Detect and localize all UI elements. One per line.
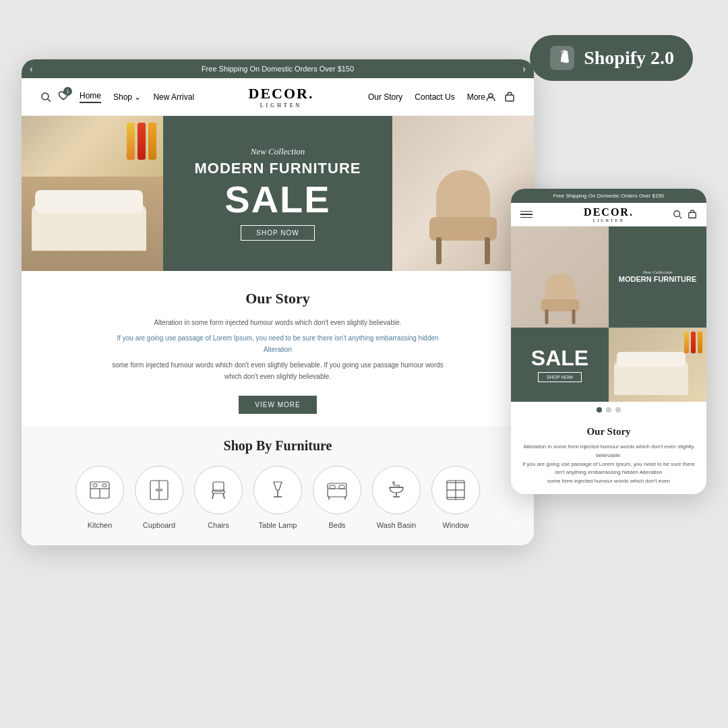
mobile-painting-1 bbox=[684, 332, 689, 353]
nav-shop[interactable]: Shop ⌄ bbox=[113, 92, 141, 102]
svg-rect-20 bbox=[328, 489, 346, 497]
mobile-story-p2: If you are going use passage of Lorem Ip… bbox=[522, 460, 696, 478]
dot-1[interactable] bbox=[597, 407, 602, 413]
shopify-label: Shopify 2.0 bbox=[584, 47, 674, 69]
furniture-item-window[interactable]: Window bbox=[431, 466, 480, 529]
nav-contact[interactable]: Contact Us bbox=[415, 92, 454, 102]
painting-3 bbox=[148, 123, 156, 160]
sofa-illustration bbox=[32, 204, 146, 251]
shop-now-button[interactable]: SHOP NOW bbox=[241, 225, 314, 241]
wishlist-wrapper[interactable]: 1 bbox=[58, 90, 69, 104]
kitchen-label: Kitchen bbox=[88, 521, 113, 529]
hamburger-line-2 bbox=[520, 214, 533, 215]
furniture-item-chairs[interactable]: Chairs bbox=[194, 466, 243, 529]
nav-new-arrival[interactable]: New Arrival bbox=[153, 92, 194, 102]
mobile-search-icon[interactable] bbox=[673, 210, 682, 219]
hamburger-menu[interactable] bbox=[520, 211, 533, 218]
account-icon[interactable] bbox=[485, 92, 496, 102]
our-story-p2-highlight: If you are going use passage of Lorem Ip… bbox=[117, 334, 438, 353]
svg-line-3 bbox=[48, 99, 51, 102]
chairs-icon-circle bbox=[194, 466, 243, 514]
svg-line-35 bbox=[679, 216, 682, 219]
our-story-title: Our Story bbox=[62, 290, 493, 307]
lamp-label: Table Lamp bbox=[259, 521, 297, 529]
window-icon bbox=[444, 478, 468, 502]
wall-paintings bbox=[127, 123, 156, 160]
mobile-paintings bbox=[684, 332, 702, 353]
chair-back bbox=[436, 170, 490, 224]
cart-icon[interactable] bbox=[504, 92, 515, 102]
shop-by-furniture-title: Shop By Furniture bbox=[35, 438, 520, 454]
mobile-chair-leg-right bbox=[572, 309, 575, 324]
mobile-new-collection: New Collection bbox=[643, 270, 672, 275]
basin-icon-circle bbox=[372, 466, 421, 514]
svg-rect-22 bbox=[339, 485, 344, 489]
mobile-story-p1: Alteration in some form injected humour … bbox=[522, 443, 696, 460]
svg-rect-36 bbox=[689, 212, 696, 218]
mobile-chair-illustration bbox=[538, 274, 582, 324]
sale-label: SALE bbox=[224, 181, 330, 218]
mobile-hero-text-panel: New Collection MODERN FURNITURE bbox=[609, 226, 706, 328]
svg-point-13 bbox=[156, 489, 158, 491]
our-story-section: Our Story Alteration in some form inject… bbox=[22, 271, 534, 426]
view-more-button[interactable]: VIEW MORE bbox=[239, 396, 316, 414]
furniture-item-cupboard[interactable]: Cupboard bbox=[135, 466, 183, 529]
our-story-p3: some form injected humour words which do… bbox=[109, 359, 446, 382]
svg-rect-10 bbox=[102, 484, 107, 487]
desktop-nav: 1 Home Shop ⌄ New Arrival DECOR. LIGHTEN… bbox=[22, 78, 534, 116]
nav-links: Home Shop ⌄ New Arrival bbox=[80, 91, 194, 103]
chairs-label: Chairs bbox=[208, 521, 229, 529]
nav-links-right: Our Story Contact Us More bbox=[368, 92, 485, 102]
furniture-categories: Kitchen Cupboard bbox=[35, 466, 520, 529]
chair-illustration bbox=[423, 170, 504, 264]
nav-home[interactable]: Home bbox=[80, 91, 101, 103]
kitchen-icon bbox=[88, 478, 112, 502]
svg-rect-21 bbox=[330, 485, 335, 489]
mobile-shop-now-button[interactable]: SHOP NOW bbox=[538, 372, 582, 382]
nav-logo: DECOR. LIGHTEN bbox=[194, 85, 368, 109]
beds-label: Beds bbox=[328, 521, 345, 529]
new-collection-label: New Collection bbox=[251, 146, 305, 157]
announcement-next-button[interactable]: › bbox=[522, 63, 526, 74]
painting-2 bbox=[138, 123, 146, 160]
nav-icons-right bbox=[485, 92, 515, 102]
furniture-item-lamp[interactable]: Table Lamp bbox=[253, 466, 302, 529]
furniture-item-kitchen[interactable]: Kitchen bbox=[75, 466, 124, 529]
kitchen-icon-circle bbox=[75, 466, 124, 514]
chair-leg-left bbox=[436, 237, 442, 264]
painting-1 bbox=[127, 123, 135, 160]
our-story-p2: If you are going use passage of Lorem Ip… bbox=[109, 332, 446, 355]
mobile-sofa bbox=[614, 361, 688, 395]
svg-point-2 bbox=[42, 93, 49, 100]
hamburger-line-3 bbox=[520, 217, 533, 218]
shopify-icon bbox=[549, 44, 576, 71]
nav-icons-left: 1 bbox=[40, 90, 69, 104]
mobile-cart-icon[interactable] bbox=[688, 210, 697, 219]
lamp-icon bbox=[266, 478, 290, 502]
nav-our-story[interactable]: Our Story bbox=[368, 92, 402, 102]
desktop-mockup: ‹ Free Shipping On Domestic Orders Over … bbox=[22, 59, 534, 545]
mobile-chair-back bbox=[545, 274, 575, 302]
basin-label: Wash Basin bbox=[377, 521, 416, 529]
hero-center-content: New Collection MODERN FURNITURE SALE SHO… bbox=[163, 116, 392, 271]
dot-3[interactable] bbox=[615, 407, 621, 413]
furniture-item-beds[interactable]: Beds bbox=[313, 466, 361, 529]
svg-rect-9 bbox=[93, 484, 97, 487]
search-icon[interactable] bbox=[40, 92, 51, 102]
announcement-prev-button[interactable]: ‹ bbox=[30, 63, 33, 74]
dot-2[interactable] bbox=[606, 407, 611, 413]
svg-line-16 bbox=[212, 493, 214, 499]
mobile-carousel-dots bbox=[511, 402, 706, 418]
mobile-mockup: Free Shipping On Domestic Orders Over $1… bbox=[511, 189, 706, 494]
mobile-nav-icons bbox=[673, 210, 697, 219]
furniture-item-basin[interactable]: Wash Basin bbox=[372, 466, 421, 529]
beds-icon bbox=[325, 478, 349, 502]
mobile-story-title: Our Story bbox=[522, 426, 696, 437]
hamburger-line-1 bbox=[520, 211, 533, 212]
nav-more[interactable]: More bbox=[467, 92, 485, 102]
svg-point-34 bbox=[674, 211, 680, 217]
cupboard-label: Cupboard bbox=[143, 521, 175, 529]
shop-by-furniture-section: Shop By Furniture Kitchen bbox=[22, 426, 534, 545]
mobile-logo: DECOR. LIGHTEN bbox=[584, 206, 634, 222]
mobile-announcement-bar: Free Shipping On Domestic Orders Over $1… bbox=[511, 189, 706, 203]
